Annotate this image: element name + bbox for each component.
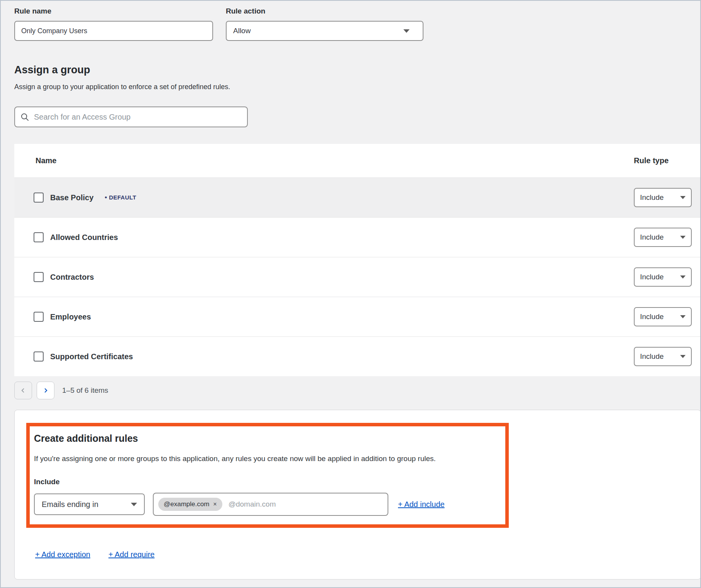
- default-badge: •DEFAULT: [105, 194, 136, 201]
- group-name: Base Policy: [50, 193, 93, 202]
- row-checkbox[interactable]: [34, 272, 44, 282]
- pagination-range-text: 1–5 of 6 items: [62, 386, 108, 395]
- row-checkbox[interactable]: [34, 351, 44, 362]
- chevron-down-icon: [680, 236, 686, 239]
- rule-action-value: Allow: [233, 27, 251, 35]
- rule-selector-value: Emails ending in: [42, 500, 98, 509]
- rule-type-select[interactable]: Include: [634, 188, 692, 207]
- column-header-name: Name: [36, 156, 56, 165]
- column-header-rule-type: Rule type: [634, 156, 692, 165]
- group-name: Supported Certificates: [50, 352, 133, 361]
- chevron-down-icon: [680, 355, 686, 358]
- rule-type-value: Include: [640, 193, 664, 202]
- row-checkbox[interactable]: [34, 232, 44, 242]
- rule-name-input[interactable]: [14, 21, 213, 41]
- pagination: 1–5 of 6 items: [14, 382, 700, 399]
- rule-type-value: Include: [640, 233, 664, 242]
- additional-rules-description: If you're assigning one or more groups t…: [34, 455, 496, 463]
- email-domain-tag-input[interactable]: @example.com ×: [153, 493, 388, 516]
- badge-dot: •: [105, 194, 107, 201]
- table-row: Employees Include: [14, 297, 701, 336]
- group-name: Employees: [50, 313, 91, 321]
- rule-type-value: Include: [640, 352, 664, 361]
- email-domain-input[interactable]: [229, 500, 383, 509]
- rule-form: Rule name Rule action Allow: [14, 7, 700, 41]
- search-icon: [20, 113, 29, 122]
- assign-group-description: Assign a group to your application to en…: [14, 83, 700, 91]
- rule-action-field-group: Rule action Allow: [226, 7, 423, 41]
- additional-rules-title: Create additional rules: [34, 433, 496, 444]
- rule-links: + Add exception + Add require: [35, 550, 701, 559]
- additional-rules-card: Create additional rules If you're assign…: [14, 410, 701, 580]
- chevron-down-icon: [680, 315, 686, 318]
- chevron-left-icon: [19, 386, 27, 395]
- rule-name-field-group: Rule name: [14, 7, 213, 41]
- group-name: Allowed Countries: [50, 233, 118, 242]
- add-exception-link[interactable]: + Add exception: [35, 550, 90, 559]
- chevron-down-icon: [403, 29, 410, 33]
- rule-action-label: Rule action: [226, 7, 423, 15]
- rule-type-value: Include: [640, 273, 664, 281]
- access-groups-table: Name Rule type Base Policy •DEFAULT Incl…: [14, 144, 701, 376]
- rule-selector-select[interactable]: Emails ending in: [34, 493, 145, 515]
- tag-text: @example.com: [164, 500, 209, 508]
- table-header: Name Rule type: [14, 144, 701, 177]
- table-row: Base Policy •DEFAULT Include: [14, 177, 701, 217]
- rule-type-select[interactable]: Include: [634, 228, 692, 247]
- badge-text: DEFAULT: [109, 194, 136, 201]
- highlight-annotation-box: Create additional rules If you're assign…: [26, 423, 509, 528]
- email-domain-tag: @example.com ×: [158, 498, 222, 511]
- row-checkbox[interactable]: [34, 193, 44, 203]
- rule-type-select[interactable]: Include: [634, 347, 692, 366]
- chevron-down-icon: [131, 503, 137, 506]
- include-label: Include: [34, 478, 496, 486]
- table-row: Allowed Countries Include: [14, 217, 701, 257]
- include-rule-row: Emails ending in @example.com × + Add in…: [34, 493, 496, 516]
- next-page-button[interactable]: [37, 382, 54, 399]
- previous-page-button[interactable]: [14, 382, 32, 399]
- rule-type-select[interactable]: Include: [634, 267, 692, 287]
- chevron-right-icon: [41, 386, 50, 395]
- rule-action-select[interactable]: Allow: [226, 21, 423, 41]
- rule-type-select[interactable]: Include: [634, 307, 692, 326]
- row-checkbox[interactable]: [34, 312, 44, 322]
- remove-tag-icon[interactable]: ×: [213, 501, 217, 508]
- assign-group-title: Assign a group: [14, 64, 700, 76]
- search-input[interactable]: [34, 107, 242, 127]
- group-name: Contractors: [50, 273, 94, 282]
- access-group-search[interactable]: [14, 106, 248, 127]
- add-include-link[interactable]: + Add include: [398, 500, 445, 509]
- table-row: Supported Certificates Include: [14, 336, 701, 376]
- table-row: Contractors Include: [14, 257, 701, 297]
- add-require-link[interactable]: + Add require: [108, 550, 155, 559]
- chevron-down-icon: [680, 275, 686, 279]
- rule-name-label: Rule name: [14, 7, 213, 15]
- chevron-down-icon: [680, 196, 686, 199]
- rule-type-value: Include: [640, 313, 664, 321]
